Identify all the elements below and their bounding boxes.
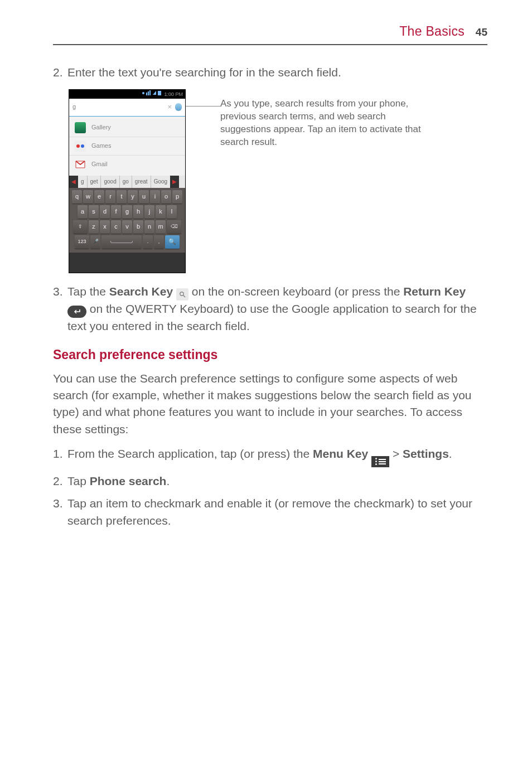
pref-step-3-text: Tap an item to checkmark and enable it (…: [67, 495, 487, 529]
step-3-number: 3.: [53, 283, 67, 335]
key-n[interactable]: n: [144, 220, 154, 234]
key-delete[interactable]: ⌫: [167, 220, 181, 234]
prediction-g[interactable]: g: [78, 176, 88, 188]
pref-step-2: 2. Tap Phone search.: [53, 473, 487, 490]
s1-c: >: [389, 447, 403, 460]
header-title: The Basics: [399, 24, 465, 38]
s2-a: Tap: [67, 475, 90, 487]
search-input-text[interactable]: g: [72, 103, 167, 112]
page-header: The Basics 45: [53, 22, 487, 45]
search-key-label: Search Key: [109, 285, 173, 298]
key-search[interactable]: 🔍: [165, 235, 180, 249]
return-key-icon: [67, 306, 86, 318]
key-d[interactable]: d: [100, 205, 110, 219]
prediction-go[interactable]: go: [120, 176, 132, 188]
pref-step-2-number: 2.: [53, 473, 67, 490]
key-c[interactable]: c: [111, 220, 121, 234]
svg-rect-3: [149, 90, 151, 95]
status-time: 1:00 PM: [164, 91, 183, 97]
keyboard: q w e r t y u i o p a s d f g h j k l: [69, 188, 185, 253]
step-3-a: Tap the: [67, 285, 109, 298]
s1-a: From the Search application, tap (or pre…: [67, 447, 313, 460]
key-w[interactable]: w: [83, 190, 93, 204]
svg-line-6: [183, 295, 185, 297]
pref-step-1-text: From the Search application, tap (or pre…: [67, 446, 487, 467]
page-number: 45: [476, 26, 487, 38]
svg-point-5: [180, 292, 183, 296]
step-3-text: Tap the Search Key on the on-screen keyb…: [67, 283, 487, 335]
pred-right-arrow[interactable]: ▶: [170, 176, 179, 188]
key-v[interactable]: v: [122, 220, 132, 234]
key-h[interactable]: h: [133, 205, 143, 219]
key-a[interactable]: a: [78, 205, 88, 219]
key-g[interactable]: g: [122, 205, 132, 219]
suggestion-label: Gmail: [91, 160, 108, 169]
key-k[interactable]: k: [156, 205, 166, 219]
key-symbols[interactable]: 123: [75, 235, 89, 249]
pref-step-3-number: 3.: [53, 495, 67, 529]
pref-step-1-number: 1.: [53, 446, 67, 467]
pref-step-3: 3. Tap an item to checkmark and enable i…: [53, 495, 487, 529]
suggestion-games[interactable]: Games: [69, 137, 185, 156]
phone-screenshot: 1:00 PM g × Gallery Games Gmail: [69, 89, 186, 273]
key-r[interactable]: r: [105, 190, 115, 204]
step-2-number: 2.: [53, 64, 67, 81]
key-z[interactable]: z: [89, 220, 99, 234]
key-o[interactable]: o: [161, 190, 171, 204]
kb-row-2: a s d f g h j k l: [70, 205, 184, 219]
prediction-get[interactable]: get: [88, 176, 101, 188]
figure-row: 1:00 PM g × Gallery Games Gmail: [69, 89, 487, 273]
return-key-label: Return Key: [403, 285, 466, 298]
settings-label: Settings: [403, 447, 449, 460]
search-key-icon: [176, 288, 188, 301]
prediction-good[interactable]: good: [101, 176, 119, 188]
key-j[interactable]: j: [144, 205, 154, 219]
kb-row-4: 123 🎤 . , 🔍: [70, 235, 184, 249]
games-icon: [75, 141, 86, 152]
search-pref-paragraph: You can use the Search preference settin…: [53, 370, 487, 438]
step-3-c: on the on-screen keyboard (or press the: [192, 285, 403, 298]
step-3-e: on the QWERTY Keyboard) to use the Googl…: [67, 302, 477, 332]
mic-icon[interactable]: [175, 103, 182, 111]
pref-step-2-text: Tap Phone search.: [67, 473, 487, 490]
prediction-great[interactable]: great: [132, 176, 151, 188]
key-p[interactable]: p: [172, 190, 182, 204]
key-shift[interactable]: ⇧: [73, 220, 88, 234]
key-s[interactable]: s: [89, 205, 99, 219]
key-u[interactable]: u: [139, 190, 149, 204]
gmail-icon: [75, 159, 86, 170]
key-l[interactable]: l: [167, 205, 177, 219]
step-2-text: Enter the text you're searching for in t…: [67, 64, 487, 81]
signal-icons: [142, 90, 163, 99]
key-dot[interactable]: .: [143, 235, 153, 249]
key-mic[interactable]: 🎤: [90, 235, 100, 249]
suggestion-gallery[interactable]: Gallery: [69, 119, 185, 137]
svg-rect-4: [158, 91, 161, 95]
key-f[interactable]: f: [111, 205, 121, 219]
pred-left-arrow[interactable]: ◀: [69, 176, 78, 188]
key-comma[interactable]: ,: [154, 235, 164, 249]
suggestion-gmail[interactable]: Gmail: [69, 156, 185, 173]
s1-e: .: [449, 447, 452, 460]
kb-row-3: ⇧ z x c v b n m ⌫: [70, 220, 184, 234]
svg-rect-2: [148, 91, 149, 95]
step-2: 2. Enter the text you're searching for i…: [53, 64, 487, 81]
key-y[interactable]: y: [128, 190, 138, 204]
key-b[interactable]: b: [133, 220, 143, 234]
search-bar[interactable]: g ×: [69, 99, 185, 117]
step-3: 3. Tap the Search Key on the on-screen k…: [53, 283, 487, 335]
svg-point-0: [142, 92, 144, 94]
suggestion-label: Gallery: [91, 123, 111, 132]
key-q[interactable]: q: [72, 190, 82, 204]
prediction-goog[interactable]: Goog: [151, 176, 170, 188]
key-i[interactable]: i: [150, 190, 160, 204]
clear-icon[interactable]: ×: [167, 102, 172, 113]
key-m[interactable]: m: [156, 220, 166, 234]
key-e[interactable]: e: [94, 190, 104, 204]
key-x[interactable]: x: [100, 220, 110, 234]
suggestion-label: Games: [91, 142, 111, 151]
key-space[interactable]: [101, 235, 142, 249]
menu-key-label: Menu Key: [313, 447, 368, 460]
status-bar: 1:00 PM: [69, 90, 185, 99]
key-t[interactable]: t: [117, 190, 127, 204]
